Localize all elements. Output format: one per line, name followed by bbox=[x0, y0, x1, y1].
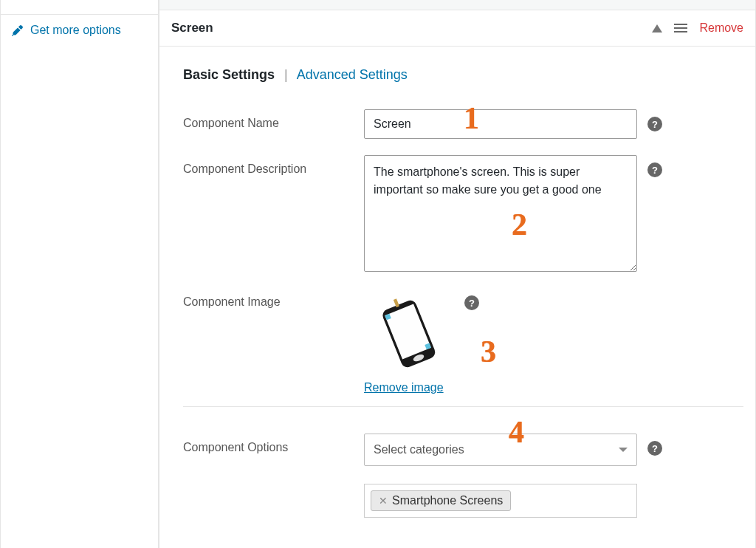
plug-icon bbox=[11, 24, 24, 37]
select-component-options[interactable]: Select categories bbox=[364, 434, 637, 466]
label-component-options: Component Options bbox=[183, 434, 364, 454]
main-panel: Screen Remove Basic Settings | Advanced … bbox=[159, 0, 756, 548]
svg-rect-5 bbox=[394, 298, 399, 307]
panel-title: Screen bbox=[171, 21, 652, 35]
row-component-image: Component Image bbox=[183, 288, 743, 394]
component-image-thumbnail[interactable] bbox=[364, 288, 453, 377]
panel-header: Screen Remove bbox=[159, 10, 755, 47]
section-divider bbox=[183, 406, 743, 407]
sidebar: Get more options bbox=[0, 0, 159, 548]
panel-body: Basic Settings | Advanced Settings Compo… bbox=[159, 47, 755, 540]
row-component-description: Component Description ? 2 bbox=[183, 155, 743, 272]
label-component-name: Component Name bbox=[183, 109, 364, 130]
tab-basic-settings[interactable]: Basic Settings bbox=[183, 67, 275, 82]
help-icon[interactable]: ? bbox=[464, 295, 479, 310]
sidebar-spacer bbox=[1, 0, 158, 15]
panel-header-actions: Remove bbox=[652, 21, 743, 35]
settings-tabs: Basic Settings | Advanced Settings bbox=[183, 67, 743, 83]
tag-remove-icon[interactable]: ✕ bbox=[379, 495, 388, 507]
help-icon[interactable]: ? bbox=[647, 162, 662, 177]
sidebar-item-get-more-options[interactable]: Get more options bbox=[1, 15, 158, 46]
panel-top-gap bbox=[159, 0, 755, 10]
tab-separator: | bbox=[278, 67, 294, 82]
tab-advanced-settings[interactable]: Advanced Settings bbox=[297, 67, 408, 82]
app-container: Get more options Screen Remove Basic Set… bbox=[0, 0, 756, 548]
tag-label: Smartphone Screens bbox=[392, 494, 503, 507]
label-component-image: Component Image bbox=[183, 288, 364, 309]
remove-component-link[interactable]: Remove bbox=[699, 21, 743, 35]
textarea-component-description[interactable] bbox=[364, 155, 637, 272]
input-component-name[interactable] bbox=[364, 109, 637, 139]
sidebar-item-label: Get more options bbox=[30, 24, 121, 37]
remove-image-link[interactable]: Remove image bbox=[364, 381, 453, 394]
help-icon[interactable]: ? bbox=[647, 441, 662, 456]
category-tag: ✕ Smartphone Screens bbox=[371, 490, 511, 511]
menu-icon[interactable] bbox=[674, 24, 687, 32]
chevron-down-icon bbox=[619, 448, 628, 452]
annotation-3: 3 bbox=[481, 334, 496, 369]
collapse-icon[interactable] bbox=[652, 24, 662, 32]
selected-categories-box[interactable]: ✕ Smartphone Screens bbox=[364, 484, 637, 518]
row-component-options: Component Options Select categories ? 4 … bbox=[183, 434, 743, 518]
select-placeholder: Select categories bbox=[374, 443, 464, 456]
help-icon[interactable]: ? bbox=[647, 117, 662, 131]
label-component-description: Component Description bbox=[183, 155, 364, 176]
row-component-name: Component Name ? 1 bbox=[183, 109, 743, 139]
component-image-block: Remove image bbox=[364, 288, 453, 394]
